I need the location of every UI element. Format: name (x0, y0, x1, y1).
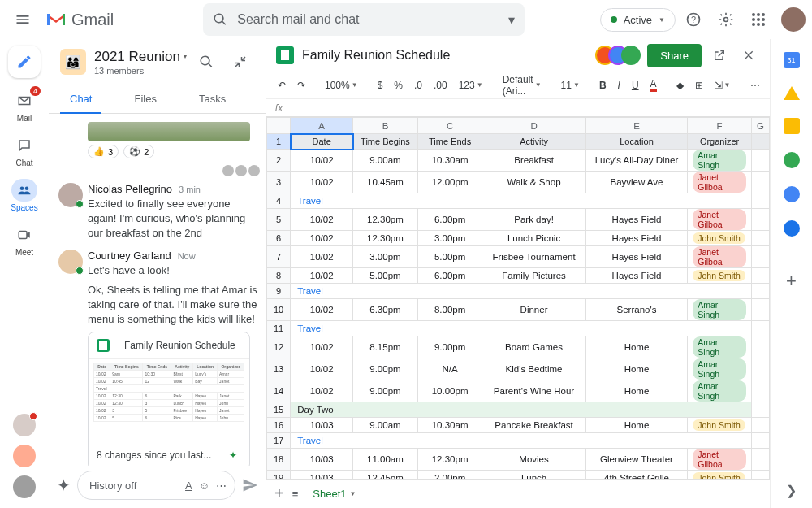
row-header[interactable]: 4 (267, 193, 291, 209)
tab-files[interactable]: Files (124, 86, 166, 113)
row-header[interactable]: 9 (267, 284, 291, 299)
drive-addon[interactable] (784, 86, 800, 100)
more-toolbar-button[interactable]: ⋯ (745, 76, 765, 94)
cell[interactable]: 10/02 (291, 246, 353, 268)
currency-button[interactable]: $ (373, 76, 388, 94)
header-cell[interactable]: Time Ends (417, 134, 482, 150)
cell[interactable]: Board Games (482, 336, 585, 358)
cell[interactable]: 6.00pm (417, 268, 482, 284)
settings-button[interactable] (711, 5, 741, 34)
row-header[interactable]: 7 (267, 246, 291, 268)
space-title[interactable]: 2021 Reunion▾ (94, 49, 192, 65)
textcolor-button[interactable]: A (646, 75, 662, 95)
cell[interactable]: 10.30am (417, 150, 482, 172)
cell[interactable]: Amar Singh (688, 150, 752, 172)
cell[interactable]: 3.00pm (417, 231, 482, 246)
row-header[interactable]: 16 (267, 418, 291, 433)
open-new-icon[interactable] (708, 44, 731, 67)
row-header[interactable]: 13 (267, 358, 291, 380)
cell[interactable]: 10/03 (291, 449, 353, 471)
sheets-attachment-card[interactable]: Family Reunion Schedule DateTime BeginsT… (88, 332, 250, 466)
cell[interactable]: Pancake Breakfast (482, 418, 585, 433)
nav-spaces[interactable]: Spaces (5, 179, 44, 212)
close-button[interactable] (737, 44, 760, 67)
header-cell[interactable]: Date (291, 134, 353, 150)
cell[interactable]: 12.30pm (417, 449, 482, 471)
italic-button[interactable]: I (613, 76, 625, 94)
cell[interactable]: 9.00am (353, 418, 418, 433)
cell[interactable]: Home (585, 358, 688, 380)
cell[interactable]: Hayes Field (585, 209, 688, 231)
zoom-select[interactable]: 100% ▼ (320, 76, 363, 94)
row-header[interactable]: 5 (267, 209, 291, 231)
cell[interactable]: 8.15pm (353, 336, 418, 358)
cell[interactable]: 10/02 (291, 172, 353, 193)
nav-meet[interactable]: Meet (5, 224, 44, 257)
compose-input[interactable]: History off A ☺ ⋯ (77, 471, 235, 500)
column-header[interactable]: C (417, 118, 482, 134)
column-header[interactable]: B (353, 118, 418, 134)
cell[interactable]: 10.45am (353, 172, 418, 193)
cell[interactable]: Kid's Bedtime (482, 358, 585, 380)
fill-button[interactable]: ◆ (672, 76, 689, 94)
cell[interactable]: 12.30pm (353, 231, 418, 246)
cell[interactable]: 4th Street Grille (585, 471, 688, 480)
cell[interactable]: John Smith (688, 231, 752, 246)
row-header[interactable]: 1 (267, 134, 291, 150)
collaborator-avatars[interactable] (595, 46, 641, 65)
cell[interactable]: Movies (482, 449, 585, 471)
search-input[interactable]: Search mail and chat ▾ (203, 3, 525, 36)
cell[interactable]: Travel (291, 433, 752, 449)
all-sheets-button[interactable]: ≡ (292, 488, 299, 500)
calendar-addon[interactable] (784, 52, 800, 68)
row-header[interactable]: 18 (267, 449, 291, 471)
cell[interactable]: Walk & Shop (482, 172, 585, 193)
cell[interactable]: Travel (291, 193, 752, 209)
row-header[interactable]: 17 (267, 433, 291, 449)
emoji-icon[interactable]: ☺ (199, 480, 209, 492)
cell[interactable]: 10/02 (291, 380, 353, 402)
header-cell[interactable]: Activity (482, 134, 585, 150)
row-header[interactable]: 14 (267, 380, 291, 402)
dec-decrease-button[interactable]: .0 (409, 76, 427, 94)
tab-tasks[interactable]: Tasks (189, 86, 235, 113)
cell[interactable]: Janet Gilboa (688, 246, 752, 268)
row-header[interactable]: 3 (267, 172, 291, 193)
format-select[interactable]: 123▼ (454, 76, 488, 94)
cell[interactable]: 2.00pm (417, 471, 482, 480)
cell[interactable]: 5.00pm (417, 246, 482, 268)
keep-addon[interactable] (784, 118, 800, 134)
cell[interactable]: Amar Singh (688, 380, 752, 402)
cell[interactable]: 10.00pm (417, 380, 482, 402)
cell[interactable]: Breakfast (482, 150, 585, 172)
cell[interactable]: John Smith (688, 268, 752, 284)
nav-chat[interactable]: Chat (5, 134, 44, 167)
cell[interactable]: Amar Singh (688, 358, 752, 380)
format-icon[interactable]: A (185, 480, 192, 492)
cell[interactable]: Amar Singh (688, 299, 752, 321)
dec-increase-button[interactable]: .00 (429, 76, 452, 94)
chat-image-attachment[interactable] (88, 122, 250, 141)
cell[interactable]: 10/02 (291, 268, 353, 284)
cell[interactable]: 10/03 (291, 418, 353, 433)
cell[interactable]: Bayview Ave (585, 172, 688, 193)
tab-chat[interactable]: Chat (60, 86, 102, 113)
column-header[interactable]: F (688, 118, 752, 134)
cell[interactable]: Home (585, 336, 688, 358)
cell[interactable]: Day Two (291, 402, 752, 418)
cell[interactable]: Home (585, 418, 688, 433)
more-icon[interactable]: ⋯ (216, 480, 227, 492)
cell[interactable]: Frisbee Tournament (482, 246, 585, 268)
cell[interactable]: 10/02 (291, 358, 353, 380)
cell[interactable]: Janet Gilboa (688, 172, 752, 193)
bold-button[interactable]: B (594, 76, 611, 94)
column-header[interactable]: E (585, 118, 688, 134)
row-header[interactable]: 6 (267, 231, 291, 246)
cell[interactable]: Hayes Field (585, 246, 688, 268)
row-header[interactable]: 2 (267, 150, 291, 172)
cell[interactable]: 5.00pm (353, 268, 418, 284)
cell[interactable]: 10/02 (291, 299, 353, 321)
font-select[interactable]: Default (Ari... ▼ (498, 71, 546, 100)
row-header[interactable]: 11 (267, 321, 291, 336)
gmail-logo[interactable]: Gmail (45, 11, 114, 29)
